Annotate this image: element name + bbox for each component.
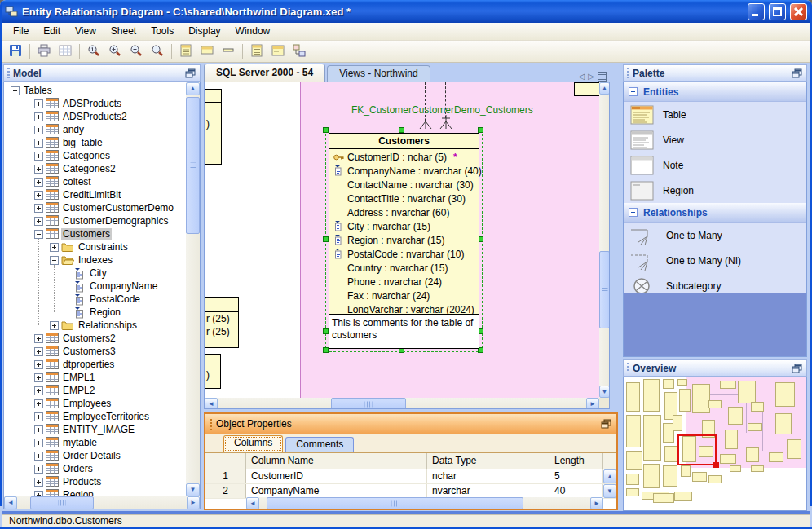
zoom-100-button[interactable] [84, 42, 104, 60]
float-window-icon[interactable] [792, 364, 803, 373]
scroll-left-icon[interactable]: ◄ [4, 496, 17, 509]
canvas-hscroll-thumb[interactable] [331, 398, 406, 409]
tree-item-empl2[interactable]: EMPL2 [4, 384, 187, 397]
selection-handle[interactable] [399, 127, 404, 133]
partial-entity[interactable] [574, 82, 601, 96]
entity-column-address[interactable]: Address : nvarchar (60) [329, 205, 479, 219]
diagram-canvas[interactable]: FK_CustomerCustomerDemo_Customers )r (25… [204, 82, 610, 409]
tree-expander-minus-icon[interactable] [34, 230, 43, 239]
tree-expander-plus-icon[interactable] [34, 386, 43, 395]
table-window-button[interactable] [268, 42, 288, 60]
entity-column-postalcode[interactable]: PostalCode : nvarchar (10) [329, 247, 479, 261]
selection-handle[interactable] [323, 127, 329, 133]
zoom-out-button[interactable] [126, 42, 146, 60]
tree-expander-plus-icon[interactable] [34, 204, 43, 213]
tree-expander-plus-icon[interactable] [34, 347, 43, 356]
tree-expander-plus-icon[interactable] [34, 425, 43, 434]
float-window-icon[interactable] [792, 68, 803, 78]
overview-viewport[interactable] [677, 434, 717, 465]
grid-header-length[interactable]: Length [549, 453, 603, 469]
partial-entity[interactable]: ) [204, 89, 222, 165]
entity-column-longvarchar[interactable]: LongVarchar : varchar (2024) [329, 302, 479, 316]
tree-hscroll-thumb[interactable] [30, 496, 94, 509]
tree-item-postalcode[interactable]: PostalCode [4, 293, 187, 306]
menu-file[interactable]: File [6, 23, 36, 40]
collapse-icon[interactable] [629, 208, 638, 217]
tree-expander-plus-icon[interactable] [34, 412, 43, 421]
entity-column-region[interactable]: Region : nvarchar (15) [329, 233, 479, 247]
palette-item-view[interactable]: View [624, 127, 806, 152]
scroll-down-icon[interactable]: ▼ [599, 386, 610, 398]
table-full-button[interactable] [247, 42, 267, 60]
tree-expander-plus-icon[interactable] [34, 399, 43, 408]
tree-item-andy[interactable]: andy [4, 123, 187, 136]
collapse-icon[interactable] [629, 87, 638, 96]
tree-item-region[interactable]: Region [4, 488, 187, 496]
tree-item-creditlimitbit[interactable]: CreditLimitBit [4, 188, 187, 201]
selection-handle[interactable] [323, 347, 329, 353]
palette-section-entities[interactable]: Entities [624, 82, 806, 102]
palette-item-region[interactable]: Region [624, 178, 806, 203]
palette-item-one-to-many-ni-[interactable]: One to Many (NI) [624, 248, 806, 273]
grid-header-column-name[interactable]: Column Name [246, 453, 427, 469]
tree-item-order-details[interactable]: Order Details [4, 449, 187, 462]
tree-item-categories[interactable]: Categories [4, 149, 187, 162]
entity-column-country[interactable]: Country : nvarchar (15) [329, 261, 479, 275]
menu-view[interactable]: View [68, 23, 104, 40]
canvas-vscrollbar[interactable]: ▲ ▼ [599, 82, 610, 398]
tree-vscrollbar[interactable]: ▲ ▼ [186, 82, 200, 496]
save-button[interactable] [6, 42, 25, 60]
tree-expander-plus-icon[interactable] [34, 439, 43, 447]
scroll-up-icon[interactable]: ▲ [603, 469, 616, 483]
float-window-icon[interactable] [185, 68, 196, 78]
palette-item-note[interactable]: Note [624, 152, 806, 178]
scroll-down-icon[interactable]: ▼ [186, 483, 200, 496]
fk-relationship-label[interactable]: FK_CustomerCustomerDemo_Customers [351, 104, 533, 116]
tree-expander-minus-icon[interactable] [50, 256, 59, 265]
scroll-right-icon[interactable]: ► [586, 398, 599, 409]
tree-expander-plus-icon[interactable] [34, 334, 43, 343]
tree-expander-plus-icon[interactable] [34, 99, 43, 108]
tree-expander-plus-icon[interactable] [34, 452, 43, 461]
maximize-button[interactable] [769, 3, 786, 20]
tree-item-customers3[interactable]: Customers3 [4, 345, 187, 358]
object-properties-header[interactable]: Object Properties [205, 414, 616, 434]
tree-item-city[interactable]: City [4, 267, 187, 280]
tree-item-customers2[interactable]: Customers2 [4, 332, 187, 345]
tree-item-products[interactable]: Products [4, 475, 187, 488]
scroll-up-icon[interactable]: ▲ [599, 82, 610, 95]
tree-item-categories2[interactable]: Categories2 [4, 162, 187, 175]
tree-item-relationships[interactable]: Relationships [4, 319, 187, 332]
grid-vscrollbar[interactable]: ▲▼ [603, 469, 616, 499]
palette-item-table[interactable]: Table [624, 102, 806, 127]
overview-minimap[interactable] [623, 377, 807, 511]
palette-panel-header[interactable]: Palette [623, 64, 807, 82]
tree-expander-plus-icon[interactable] [34, 478, 43, 487]
canvas-vscroll-thumb[interactable] [599, 251, 610, 328]
tree-item-employees[interactable]: Employees [4, 397, 187, 410]
title-bar[interactable]: Entity Relationship Diagram - C:\shared\… [0, 0, 812, 23]
grid-row[interactable]: 1CustomerIDnchar5 [205, 469, 616, 484]
tree-item-constraints[interactable]: Constraints [4, 240, 187, 253]
tree-expander-plus-icon[interactable] [34, 126, 43, 134]
tree-expander-plus-icon[interactable] [34, 360, 43, 369]
selection-handle[interactable] [323, 236, 329, 242]
tree-expander-plus-icon[interactable] [34, 491, 43, 497]
scroll-up-icon[interactable]: ▲ [186, 82, 200, 95]
overview-viewport-handle[interactable] [713, 462, 719, 468]
tree-item-region[interactable]: Region [4, 306, 187, 319]
menu-edit[interactable]: Edit [36, 23, 68, 40]
entity-column-city[interactable]: City : nvarchar (15) [329, 219, 479, 233]
print-button[interactable] [34, 42, 54, 60]
model-tree[interactable]: TablesADSProductsADSProducts2andybig_tab… [3, 82, 201, 509]
tree-item-adsproducts2[interactable]: ADSProducts2 [4, 110, 187, 123]
tree-expander-plus-icon[interactable] [34, 465, 43, 474]
grid-button[interactable] [55, 42, 75, 60]
tree-expander-plus-icon[interactable] [34, 373, 43, 382]
tree-item-companyname[interactable]: CompanyName [4, 280, 187, 293]
menu-display[interactable]: Display [181, 23, 227, 40]
grid-hscrollbar[interactable]: ◄► [246, 497, 603, 509]
tree-item-customerdemographics[interactable]: CustomerDemographics [4, 214, 187, 227]
tree-expander-plus-icon[interactable] [34, 178, 43, 187]
tab-sql-server-2000-54[interactable]: SQL Server 2000 - 54 [204, 64, 325, 82]
